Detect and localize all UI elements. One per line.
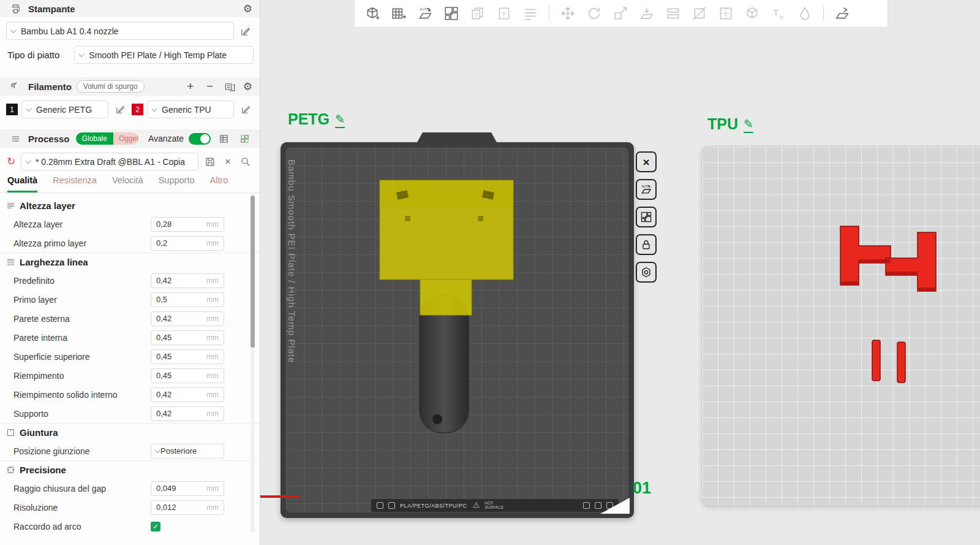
edit-pencil-icon[interactable]: ✎ — [335, 113, 345, 128]
process-layers-icon — [7, 131, 23, 147]
tab-others[interactable]: Altro — [210, 175, 228, 192]
flush-volumes-button[interactable]: Volumi di spurgo — [77, 80, 145, 93]
scrollbar-thumb[interactable] — [251, 196, 255, 348]
auto-orient-icon[interactable]: AUTO — [415, 3, 435, 24]
add-model-icon[interactable] — [362, 3, 383, 24]
gap-closing-radius-input[interactable]: 0,049mm — [151, 481, 224, 496]
split-parts-icon[interactable] — [715, 3, 736, 24]
plate2-objects[interactable] — [838, 223, 938, 383]
move-icon[interactable] — [557, 3, 578, 24]
settings-sidebar: Stampante ⚙ Bambu Lab A1 0.4 nozzle Tipo… — [0, 0, 260, 545]
save-profile-icon[interactable] — [202, 154, 218, 170]
settings-scrollbar[interactable] — [251, 193, 255, 532]
setting-row: Posizione giunzione Posteriore — [0, 441, 260, 460]
printer-select[interactable]: Bambu Lab A1 0.4 nozzle — [6, 22, 234, 40]
process-section-header: Processo Globale Oggetti Avanzate — [0, 129, 260, 148]
objects-grid-icon[interactable] — [236, 131, 252, 147]
filament-1-select[interactable]: Generic PETG — [21, 101, 108, 118]
setting-row: Predefinito 0,42mm — [0, 271, 260, 290]
section-layer-height: Altezza layer — [0, 196, 260, 215]
layer-height-input[interactable]: 0,28mm — [151, 217, 224, 232]
rotate-icon[interactable] — [584, 3, 605, 24]
parameter-table-icon[interactable] — [216, 131, 232, 147]
resolution-input[interactable]: 0,012mm — [151, 500, 224, 515]
delete-profile-icon[interactable]: × — [222, 156, 234, 167]
scale-icon[interactable] — [610, 3, 631, 24]
red-coupler-right-object — [886, 232, 936, 291]
edit-printer-icon[interactable] — [238, 23, 254, 39]
scope-global-button[interactable]: Globale — [76, 132, 113, 145]
seam-position-select[interactable]: Posteriore — [151, 444, 224, 459]
filament-2-color-swatch[interactable]: 2 — [132, 104, 143, 115]
arrange-icon[interactable] — [441, 3, 462, 24]
profile-name: * 0.28mm Extra Draft @BBL A1 - Copia — [36, 157, 185, 167]
mesh-cube-icon[interactable] — [742, 3, 763, 24]
first-layer-height-input[interactable]: 0,2mm — [151, 236, 224, 251]
tab-quality[interactable]: Qualità — [7, 175, 37, 192]
edit-filament-1-icon[interactable] — [112, 102, 128, 118]
printer-row: Bambu Lab A1 0.4 nozzle — [0, 17, 260, 45]
top-surface-line-width-input[interactable]: 0,45mm — [151, 349, 224, 364]
split-slabs-icon[interactable] — [663, 3, 684, 24]
profile-select[interactable]: * 0.28mm Extra Draft @BBL A1 - Copia — [21, 153, 198, 170]
color-paint-icon[interactable] — [794, 3, 815, 24]
add-filament-button[interactable]: + — [183, 80, 198, 93]
lay-on-face-icon[interactable] — [636, 3, 657, 24]
advanced-toggle[interactable] — [189, 133, 211, 145]
remove-filament-button[interactable]: − — [203, 80, 217, 93]
scope-objects-button[interactable]: Oggetti — [113, 132, 138, 145]
cut-icon[interactable] — [689, 3, 710, 24]
plate1-objects[interactable] — [281, 142, 634, 518]
filament-settings-gear-icon[interactable]: ⚙ — [243, 82, 252, 92]
lock-plate-button[interactable] — [636, 234, 657, 255]
text-tool-icon[interactable]: Ta — [768, 3, 789, 24]
plate2-filament-tag[interactable]: TPU ✎ — [707, 115, 753, 133]
internal-solid-infill-line-width-input[interactable]: 0,42mm — [151, 387, 224, 402]
setting-row: Primo layer 0,5mm — [0, 290, 260, 309]
paste-icon[interactable]: P — [494, 3, 514, 24]
plate-type-value: Smooth PEI Plate / High Temp Plate — [89, 50, 227, 60]
support-line-width-input[interactable]: 0,42mm — [151, 406, 224, 421]
tab-speed[interactable]: Velocità — [112, 175, 143, 192]
viewport-3d[interactable]: AUTO 0 P — [260, 0, 980, 545]
slice-plate-icon[interactable] — [832, 3, 853, 24]
printer-name: Bambu Lab A1 0.4 nozzle — [21, 26, 119, 36]
settings-list: Altezza layer Altezza layer 0,28mm Altez… — [0, 193, 260, 532]
default-line-width-input[interactable]: 0,42mm — [151, 273, 224, 288]
outer-wall-line-width-input[interactable]: 0,42mm — [151, 311, 224, 326]
layer-height-icon — [6, 201, 15, 210]
auto-orient-plate-button[interactable]: AUTO — [636, 179, 657, 200]
plate-settings-button[interactable] — [636, 262, 657, 283]
tab-strength[interactable]: Resistenza — [53, 175, 97, 192]
build-plate-1[interactable]: Bambu Smooth PEI Plate / High Temp Plate — [281, 142, 634, 518]
plate1-filament-tag[interactable]: PETG ✎ — [288, 110, 345, 128]
edit-filament-2-icon[interactable] — [238, 102, 254, 118]
sync-filament-icon[interactable] — [222, 78, 238, 94]
inner-wall-line-width-input[interactable]: 0,45mm — [151, 330, 224, 345]
filament-2-select[interactable]: Generic TPU — [147, 101, 234, 118]
yellow-bracket-object[interactable] — [380, 180, 513, 315]
tab-support[interactable]: Supporto — [159, 175, 195, 192]
infill-line-width-input[interactable]: 0,45mm — [151, 368, 224, 383]
edit-pencil-icon[interactable]: ✎ — [744, 118, 753, 133]
copy-icon[interactable]: 0 — [467, 3, 488, 24]
add-plate-icon[interactable] — [388, 3, 409, 24]
handle-cylinder-object[interactable] — [420, 295, 469, 433]
setting-row: Raccordo ad arco ✓ — [0, 517, 260, 532]
first-layer-line-width-input[interactable]: 0,5mm — [151, 292, 224, 307]
plate-type-select[interactable]: Smooth PEI Plate / High Temp Plate — [74, 46, 254, 64]
delete-plate-button[interactable]: × — [636, 151, 657, 172]
arc-fitting-checkbox[interactable]: ✓ — [151, 522, 160, 532]
layers-list-icon[interactable] — [520, 3, 541, 24]
chevron-down-icon — [154, 447, 160, 453]
arrange-plate-button[interactable] — [636, 207, 657, 227]
printer-settings-gear-icon[interactable]: ⚙ — [243, 4, 252, 14]
reset-profile-icon[interactable]: ↻ — [5, 155, 17, 168]
red-pin-object — [872, 340, 880, 381]
filament-section-title: Filamento — [28, 82, 72, 92]
search-settings-icon[interactable] — [238, 154, 254, 170]
chevron-down-icon — [78, 51, 85, 57]
plate-type-row: Tipo di piatto Smooth PEI Plate / High T… — [0, 45, 260, 70]
filament-1-color-swatch[interactable]: 1 — [6, 104, 18, 115]
svg-text:P: P — [502, 10, 507, 17]
